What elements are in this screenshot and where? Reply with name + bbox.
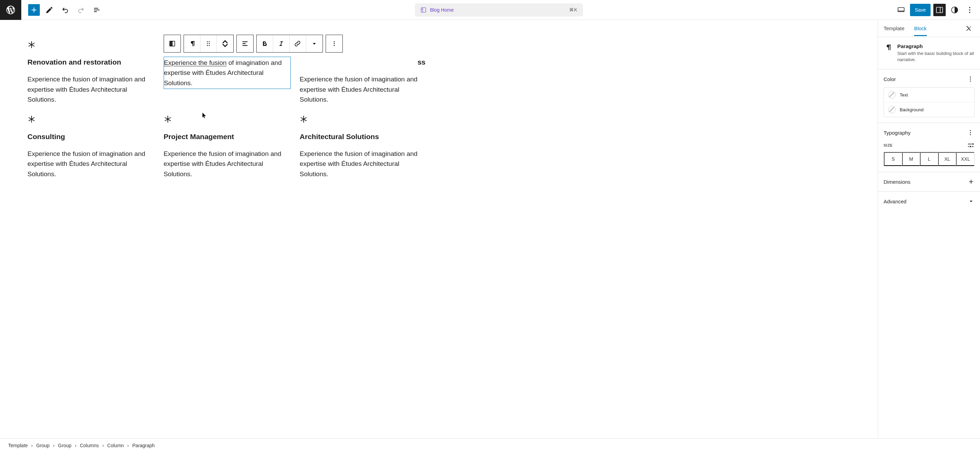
cell-paragraph[interactable]: Experience the fusion of imagination and…	[27, 74, 153, 104]
cell-paragraph[interactable]: Experience the fusion of imagination and…	[299, 149, 425, 179]
breadcrumb-item[interactable]: Paragraph	[132, 443, 155, 448]
chevron-down-icon	[310, 40, 318, 47]
more-rich-text-button[interactable]	[306, 35, 323, 52]
svg-point-19	[970, 79, 971, 80]
swatch-icon	[888, 91, 896, 99]
breadcrumb-item[interactable]: Template	[8, 443, 28, 448]
breadcrumb-item[interactable]: Group	[36, 443, 49, 448]
block-description: Start with the basic building block of a…	[897, 51, 975, 63]
sliders-icon	[967, 141, 975, 149]
italic-icon	[277, 40, 285, 47]
advanced-panel-toggle[interactable]: Advanced	[878, 192, 980, 211]
bold-button[interactable]	[257, 35, 273, 52]
linked-text[interactable]: Experience the fusion	[164, 59, 227, 66]
svg-point-12	[209, 43, 210, 44]
svg-point-10	[209, 41, 210, 42]
topbar-left-tools	[21, 4, 103, 16]
color-options-button[interactable]	[966, 75, 975, 83]
cell-paragraph[interactable]: Experience the fusion of imagination and…	[164, 149, 290, 179]
half-circle-icon	[950, 6, 959, 14]
options-button[interactable]	[964, 4, 976, 16]
column-cell[interactable]: Renovation and restoration Experience th…	[27, 40, 153, 105]
inspector-tabs: Template Block	[878, 20, 980, 37]
document-overview-button[interactable]	[91, 4, 103, 16]
wordpress-logo[interactable]	[0, 0, 21, 20]
asterisk-icon	[299, 115, 425, 125]
sidebar-icon	[935, 6, 943, 14]
column-cell[interactable]: Continuous Support Experience the fusion…	[164, 40, 290, 105]
size-option-xxl[interactable]: XXL	[956, 152, 974, 166]
typography-options-button[interactable]	[966, 128, 975, 137]
bold-icon	[261, 40, 268, 47]
size-option-m[interactable]: M	[902, 152, 920, 166]
column-cell[interactable]: Project Management Experience the fusion…	[164, 115, 290, 179]
svg-point-21	[970, 130, 971, 131]
svg-point-13	[207, 45, 208, 46]
inserter-toggle-button[interactable]	[28, 4, 40, 16]
block-breadcrumb: Template› Group› Group› Columns› Column›…	[0, 438, 980, 452]
breadcrumb-item[interactable]: Column	[107, 443, 124, 448]
cell-heading[interactable]: Consulting	[27, 132, 153, 141]
undo-button[interactable]	[59, 4, 72, 16]
block-toolbar	[164, 35, 343, 53]
align-button[interactable]	[237, 35, 253, 52]
more-vertical-icon	[966, 75, 975, 83]
cell-paragraph[interactable]: Experience the fusion of imagination and…	[299, 74, 425, 104]
link-icon	[294, 40, 301, 47]
tab-template[interactable]: Template	[884, 21, 905, 36]
cell-heading[interactable]: Architectural Solutions	[299, 132, 425, 141]
paragraph-icon	[188, 40, 196, 47]
svg-rect-8	[170, 42, 172, 46]
size-option-xl[interactable]: XL	[938, 152, 956, 166]
custom-size-toggle[interactable]	[967, 142, 975, 149]
cell-heading[interactable]: App Access	[299, 57, 425, 67]
svg-point-16	[334, 43, 334, 44]
view-button[interactable]	[895, 4, 907, 16]
tools-button[interactable]	[43, 4, 56, 16]
breadcrumb-item[interactable]: Columns	[80, 443, 99, 448]
tab-block[interactable]: Block	[914, 21, 927, 36]
save-button[interactable]: Save	[910, 4, 931, 16]
block-type-button[interactable]	[184, 35, 200, 52]
editor-canvas[interactable]: Renovation and restoration Experience th…	[0, 20, 878, 438]
column-icon	[169, 40, 176, 47]
cell-paragraph[interactable]: Experience the fusion of imagination and…	[27, 149, 153, 179]
move-up-down-button[interactable]	[217, 35, 233, 52]
cell-heading[interactable]: Renovation and restoration	[27, 57, 153, 67]
size-option-s[interactable]: S	[884, 152, 902, 166]
column-cell[interactable]: Consulting Experience the fusion of imag…	[27, 115, 153, 179]
italic-button[interactable]	[273, 35, 290, 52]
cell-heading[interactable]: Project Management	[164, 132, 290, 141]
select-parent-button[interactable]	[164, 35, 180, 52]
background-color-control[interactable]: Background	[884, 102, 974, 117]
selected-paragraph[interactable]: Experience the fusion of imagination and…	[164, 57, 291, 89]
block-name: Paragraph	[897, 43, 975, 49]
svg-point-22	[970, 132, 971, 133]
column-cell[interactable]: Architectural Solutions Experience the f…	[299, 115, 425, 179]
styles-button[interactable]	[948, 4, 961, 16]
text-color-control[interactable]: Text	[884, 88, 974, 102]
link-button[interactable]	[290, 35, 306, 52]
chevron-down-icon	[968, 198, 975, 205]
editor-top-bar: Blog Home ⌘K Save	[0, 0, 980, 20]
redo-button[interactable]	[75, 4, 87, 16]
settings-sidebar-toggle[interactable]	[933, 4, 946, 16]
svg-point-6	[969, 12, 970, 13]
background-color-label: Background	[900, 107, 923, 112]
size-option-l[interactable]: L	[920, 152, 938, 166]
dimensions-panel-toggle[interactable]: Dimensions	[878, 172, 980, 192]
color-panel: Color Text Background	[878, 69, 980, 123]
close-icon	[966, 25, 972, 32]
svg-point-11	[207, 43, 208, 44]
block-options-button[interactable]	[326, 35, 342, 52]
panel-title: Dimensions	[884, 179, 910, 185]
asterisk-icon	[27, 115, 153, 125]
drag-handle-button[interactable]	[200, 35, 217, 52]
document-title-bar[interactable]: Blog Home ⌘K	[415, 3, 583, 16]
breadcrumb-item[interactable]: Group	[58, 443, 72, 448]
wordpress-icon	[5, 5, 16, 15]
close-sidebar-button[interactable]	[964, 23, 975, 34]
typography-panel: Typography SIZE S M L XL XXL	[878, 123, 980, 172]
svg-point-15	[334, 41, 334, 42]
layout-icon	[420, 7, 426, 13]
